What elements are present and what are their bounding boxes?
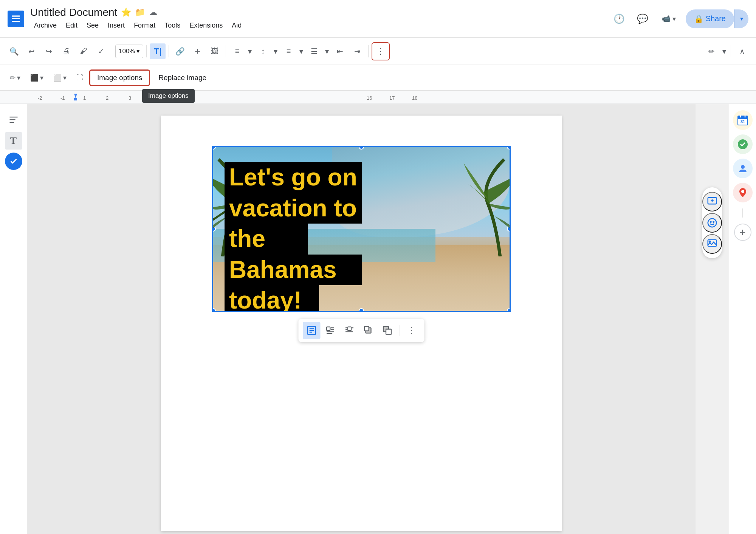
line-spacing-button[interactable]: ↕ <box>255 43 271 59</box>
star-icon[interactable]: ⭐ <box>121 8 131 17</box>
svg-rect-42 <box>738 116 748 119</box>
svg-text:-2: -2 <box>38 95 42 101</box>
ruler: -2 -1 1 2 3 4 16 17 18 <box>0 91 756 104</box>
doc-title-row: Untitled Document ⭐ 📁 ☁ <box>30 6 604 19</box>
svg-text:2: 2 <box>106 95 108 101</box>
text-sidebar-icon[interactable]: T <box>5 132 22 150</box>
document-page: Let's go on vacation to the Bahamas <box>161 116 562 531</box>
wrap-icon: ⬜ <box>53 74 62 82</box>
add-comment-button[interactable] <box>702 192 722 211</box>
float-break-text-button[interactable] <box>341 322 358 339</box>
google-maps-icon[interactable] <box>733 183 753 202</box>
menu-format[interactable]: Format <box>130 20 159 31</box>
google-tasks-icon[interactable] <box>733 134 753 154</box>
doc-title[interactable]: Untitled Document <box>30 6 117 19</box>
image-container[interactable]: Let's go on vacation to the Bahamas <box>212 146 511 312</box>
menu-edit[interactable]: Edit <box>62 20 81 31</box>
spellcheck-button[interactable]: ✓ <box>93 43 109 59</box>
svg-text:3: 3 <box>129 95 131 101</box>
edit-image-button[interactable]: ✏ ▾ <box>6 70 24 85</box>
svg-text:31: 31 <box>740 119 745 124</box>
main-toolbar: 🔍 ↩ ↪ 🖨 🖌 ✓ 100% ▾ T| 🔗 + 🖼 ≡ ▾ ↕ ▾ ≡ ▾ … <box>0 38 756 65</box>
emoji-button[interactable] <box>702 213 722 233</box>
add-button[interactable]: + <box>189 43 205 59</box>
lock-icon: 🔒 <box>694 14 703 23</box>
numbering-caret[interactable]: ▾ <box>324 43 330 59</box>
menu-tools[interactable]: Tools <box>161 20 184 31</box>
toolbar-divider-4 <box>226 45 226 57</box>
indent-more-button[interactable]: ⇥ <box>349 43 365 59</box>
toolbar-divider-3 <box>169 45 169 57</box>
video-caret: ▾ <box>672 15 676 23</box>
check-sidebar-icon[interactable] <box>5 153 22 170</box>
share-dropdown-button[interactable]: ▾ <box>734 9 748 28</box>
menu-aid[interactable]: Aid <box>228 20 245 31</box>
float-behind-button[interactable] <box>379 322 396 339</box>
float-toolbar: ⋮ <box>299 319 424 342</box>
align-caret[interactable]: ▾ <box>246 43 253 59</box>
add-gapp-button[interactable]: + <box>734 224 751 241</box>
float-wrap-left-button[interactable] <box>322 322 339 339</box>
toolbar-divider-6 <box>731 45 731 57</box>
more-options-button[interactable]: ⋮ <box>372 42 390 60</box>
history-button[interactable]: 🕐 <box>610 9 629 28</box>
image-wrap-button[interactable]: ⬜ ▾ <box>50 70 70 85</box>
bullets-button[interactable]: ≡ <box>280 43 296 59</box>
menu-see[interactable]: See <box>83 20 102 31</box>
svg-point-40 <box>709 241 711 242</box>
cloud-icon[interactable]: ☁ <box>149 8 157 17</box>
numbering-button[interactable]: ☰ <box>306 43 322 59</box>
print-button[interactable]: 🖨 <box>58 43 74 59</box>
share-label: Share <box>706 14 726 23</box>
align-icon: ⬛ <box>30 74 39 82</box>
float-more-button[interactable]: ⋮ <box>403 322 420 339</box>
float-inline-button[interactable] <box>303 322 321 339</box>
search-button[interactable]: 🔍 <box>6 43 22 59</box>
beach-scene: Let's go on vacation to the Bahamas <box>213 147 510 311</box>
selected-image[interactable]: Let's go on vacation to the Bahamas <box>212 146 511 312</box>
folder-icon[interactable]: 📁 <box>135 8 145 17</box>
image-align-button[interactable]: ⬛ ▾ <box>26 70 47 85</box>
pencil-mode-button[interactable]: ✏ <box>703 43 719 59</box>
zoom-selector[interactable]: 100% ▾ <box>115 45 143 58</box>
indent-less-button[interactable]: ⇤ <box>332 43 348 59</box>
zoom-caret: ▾ <box>136 47 140 55</box>
comments-button[interactable]: 💬 <box>633 9 652 28</box>
image-options-label: Image options <box>97 74 142 82</box>
image-options-button[interactable]: Image options <box>89 69 150 86</box>
action-panel <box>702 187 722 258</box>
link-button[interactable]: 🔗 <box>172 43 188 59</box>
menu-archive[interactable]: Archive <box>30 20 60 31</box>
svg-point-47 <box>741 165 745 169</box>
align-button[interactable]: ≡ <box>229 43 245 59</box>
outline-icon[interactable] <box>4 110 23 129</box>
text-cursor-button[interactable]: T| <box>150 43 166 59</box>
spacing-caret[interactable]: ▾ <box>272 43 279 59</box>
video-button[interactable]: 📹 ▾ <box>657 12 681 26</box>
undo-button[interactable]: ↩ <box>23 43 39 59</box>
replace-image-label: Replace image <box>158 74 206 82</box>
svg-rect-32 <box>386 329 391 335</box>
google-contacts-icon[interactable] <box>733 159 753 178</box>
handle-bottom-right[interactable] <box>507 308 511 312</box>
float-front-button[interactable] <box>360 322 377 339</box>
zoom-value: 100% <box>119 48 135 55</box>
image-toolbar: ✏ ▾ ⬛ ▾ ⬜ ▾ ⛶ Image options Image option… <box>0 65 756 91</box>
menu-extensions[interactable]: Extensions <box>186 20 226 31</box>
wrap-caret: ▾ <box>63 74 67 82</box>
app-icon[interactable] <box>8 11 24 27</box>
google-calendar-icon[interactable]: 31 <box>733 110 753 130</box>
redo-button[interactable]: ↪ <box>41 43 57 59</box>
menu-insert[interactable]: Insert <box>104 20 129 31</box>
replace-image-button[interactable]: Replace image <box>152 70 212 85</box>
share-button[interactable]: 🔒 Share <box>686 9 734 28</box>
doc-area: Let's go on vacation to the Bahamas <box>27 104 696 534</box>
collapse-toolbar-button[interactable]: ∧ <box>734 43 750 59</box>
crop-button[interactable]: ⛶ <box>73 70 87 85</box>
paint-format-button[interactable]: 🖌 <box>76 43 91 59</box>
insert-image-button[interactable]: 🖼 <box>207 43 223 59</box>
image-comment-button[interactable] <box>702 234 722 254</box>
pencil-caret[interactable]: ▾ <box>721 43 728 59</box>
bullets-caret[interactable]: ▾ <box>298 43 305 59</box>
edit-caret: ▾ <box>17 74 20 82</box>
